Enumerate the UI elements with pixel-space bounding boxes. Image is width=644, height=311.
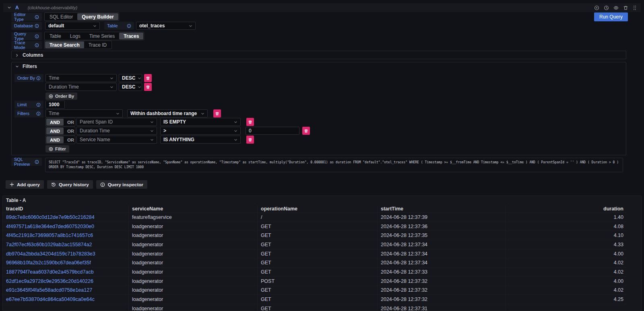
panel-title[interactable]: Table - A (6, 198, 26, 203)
filter-operator-select[interactable]: Within dashboard time range (127, 109, 208, 117)
cell-serviceName: featureflagservice (128, 213, 257, 222)
info-icon[interactable] (35, 24, 39, 28)
order-by-field-select[interactable]: Time (45, 74, 117, 82)
info-icon[interactable] (35, 43, 39, 47)
column-header-starttime[interactable]: startTime (377, 205, 506, 212)
trash-icon[interactable] (623, 5, 628, 10)
chevron-down-icon (93, 24, 97, 28)
remove-order-by-button[interactable] (144, 74, 152, 82)
query-name[interactable]: A (15, 5, 19, 10)
remove-filter-button[interactable] (302, 127, 310, 135)
query-row-header[interactable]: A (clickhouse-observability) (3, 3, 641, 12)
conjunction-or[interactable]: OR (64, 119, 78, 126)
add-query-button[interactable]: Add query (6, 180, 44, 189)
columns-section[interactable] (11, 51, 626, 59)
record-circle-icon[interactable] (594, 5, 599, 10)
query-type-option-time-series[interactable]: Time Series (85, 33, 120, 39)
trace-link[interactable]: 4f497571a618e364ed7ded60752030e0 (6, 224, 94, 229)
trace-link[interactable]: 89dc7e8c6060c0d12de7e9b50c216284 (6, 214, 95, 220)
trace-mode-option-trace-search[interactable]: Trace Search (45, 41, 84, 48)
history-icon[interactable] (604, 5, 609, 10)
chevron-down-icon (150, 129, 154, 133)
trace-link[interactable]: e67ee7b53870d4c864ca50409ca0e64c (6, 297, 95, 302)
chevron-down-icon (234, 120, 237, 124)
filter-operator-select[interactable]: IS EMPTY (160, 118, 241, 126)
cell-serviceName: loadgenerator (128, 240, 257, 249)
run-query-button[interactable]: Run Query (594, 12, 628, 21)
info-icon[interactable] (36, 76, 41, 80)
editor-type-option-query-builder[interactable]: Query Builder (77, 13, 118, 20)
conjunction-and[interactable]: AND (46, 136, 64, 143)
trace-link[interactable]: 1887794f7eaa6037d0e2a4579bcd7acb (6, 269, 94, 275)
limit-input[interactable] (45, 101, 65, 109)
cell-serviceName: loadgenerator (128, 231, 257, 240)
query-history-button[interactable]: Query history (47, 180, 93, 189)
remove-filter-button[interactable] (246, 136, 254, 144)
filter-value-input[interactable] (246, 127, 299, 135)
eye-icon[interactable] (613, 5, 619, 10)
filter-operator-select[interactable]: IS ANYTHING (160, 136, 241, 144)
table-row: db9704a2bbda34204d159c71b78283e3loadgene… (3, 249, 627, 259)
remove-filter-button[interactable] (246, 118, 254, 126)
chevron-down-icon (150, 138, 154, 142)
info-icon[interactable] (36, 103, 41, 107)
filter-field-select[interactable]: Parent Span ID (76, 118, 157, 126)
query-type-option-table[interactable]: Table (45, 33, 66, 39)
filter-field-select[interactable]: Time (45, 109, 123, 117)
cell-duration: 4.00 (506, 249, 627, 258)
column-header-traceid[interactable]: traceID (3, 205, 128, 212)
database-label: Database (11, 22, 42, 30)
info-icon[interactable] (35, 15, 39, 19)
conjunction-or[interactable]: OR (64, 128, 78, 134)
table-row: 1887794f7eaa6037d0e2a4579bcd7acbloadgene… (3, 268, 627, 277)
trace-link[interactable]: 96968b10fa2b2c1590bc67dea06ef35f (6, 260, 91, 266)
column-header-duration[interactable]: duration (506, 205, 627, 212)
add-order-by-button[interactable]: Order By (45, 93, 77, 100)
order-by-direction-select[interactable]: DESC (119, 74, 142, 82)
cell-operationName: GET (257, 304, 377, 311)
chevron-down-icon (201, 112, 204, 115)
info-icon[interactable] (127, 24, 131, 28)
info-icon[interactable] (36, 111, 41, 116)
info-icon[interactable] (35, 160, 39, 164)
order-by-direction-select[interactable]: DESC (119, 83, 142, 91)
table-select[interactable]: otel_traces (136, 22, 196, 30)
columns-section-header[interactable]: Columns (15, 52, 43, 58)
table-row: 4f45c21918c73698057a8b1c741657c6loadgene… (3, 231, 627, 240)
cell-duration: 4.02 (506, 286, 627, 295)
editor-type-option-sql-editor[interactable]: SQL Editor (45, 13, 77, 20)
conjunction-or[interactable]: OR (64, 136, 78, 143)
trace-mode-option-trace-id[interactable]: Trace ID (84, 41, 111, 48)
trace-link[interactable]: 62df1ec9a29728c9e29536c20d140226 (6, 278, 93, 284)
drag-handle-icon[interactable] (633, 5, 637, 10)
query-type-option-logs[interactable]: Logs (66, 33, 85, 39)
conjunction-toggle: AND OR (45, 136, 75, 144)
database-select[interactable]: default (45, 22, 100, 30)
conjunction-and[interactable]: AND (46, 128, 64, 134)
table-row: loadgeneratorGET2024-06-28 12:37:31 (3, 304, 627, 311)
cell-startTime: 2024-06-28 12:37:34 (377, 240, 506, 249)
conjunction-and[interactable]: AND (46, 119, 64, 126)
plus-circle-icon (49, 94, 53, 99)
remove-filter-button[interactable] (213, 109, 221, 117)
column-header-operationname[interactable]: operationName (257, 205, 377, 212)
cell-duration (506, 304, 627, 311)
trace-link[interactable]: 7a2f07ecf63c60b1029ab2ac155874a2 (6, 242, 92, 247)
cell-startTime: 2024-06-28 12:37:36 (377, 222, 506, 231)
query-type-option-traces[interactable]: Traces (119, 33, 143, 39)
filter-field-select[interactable]: Service Name (76, 136, 157, 144)
query-inspector-button[interactable]: Query inspector (96, 180, 147, 189)
trace-link[interactable]: 4f45c21918c73698057a8b1c741657c6 (6, 233, 93, 238)
cell-traceID: e67ee7b53870d4c864ca50409ca0e64c (3, 295, 128, 304)
trace-link[interactable]: db9704a2bbda34204d159c71b78283e3 (6, 251, 95, 257)
add-filter-button[interactable]: Filter (45, 145, 69, 152)
remove-order-by-button[interactable] (144, 83, 152, 91)
chevron-down-icon[interactable] (7, 6, 11, 10)
column-header-servicename[interactable]: serviceName (128, 205, 257, 212)
info-icon[interactable] (35, 34, 39, 39)
trace-link[interactable]: e91c3645f04fa5e58adcd0758e1ea127 (6, 287, 92, 293)
filter-field-select[interactable]: Duration Time (76, 127, 157, 135)
filters-section-header[interactable]: Filters (15, 64, 37, 69)
order-by-field-select[interactable]: Duration Time (45, 83, 117, 91)
filter-operator-select[interactable]: > (160, 127, 241, 135)
